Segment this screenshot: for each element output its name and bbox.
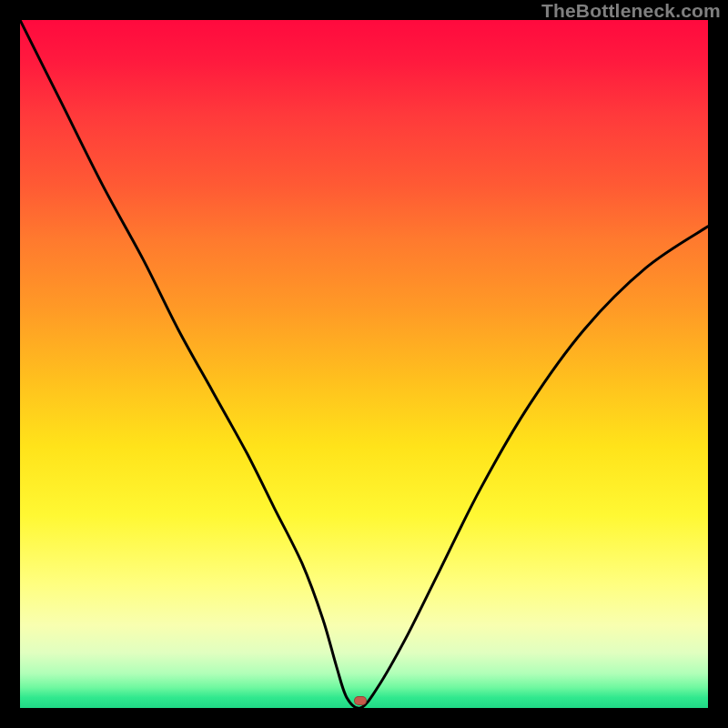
plot-area: [20, 20, 708, 708]
curve-path: [20, 20, 708, 708]
bottleneck-curve: [20, 20, 708, 708]
watermark-text: TheBottleneck.com: [541, 0, 721, 22]
chart-frame: TheBottleneck.com: [0, 0, 728, 728]
optimal-marker: [354, 696, 367, 705]
